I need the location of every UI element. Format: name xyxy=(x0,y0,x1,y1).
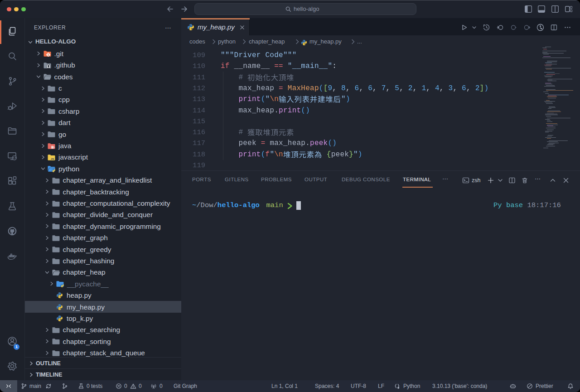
svg-text:JS: JS xyxy=(51,157,54,160)
